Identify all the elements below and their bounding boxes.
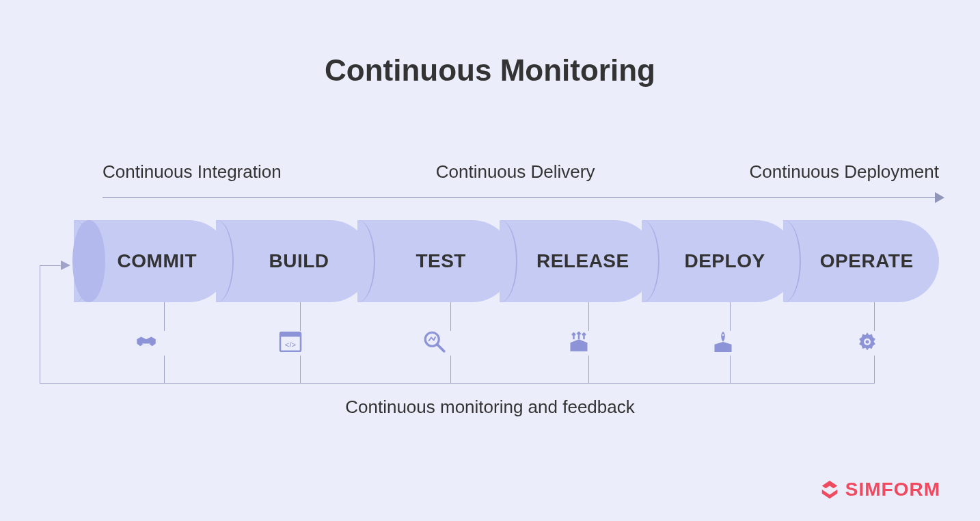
phase-integration-label: Continuous Integration: [103, 161, 282, 183]
stage-icons-row: </>: [74, 328, 939, 356]
feedback-label: Continuous monitoring and feedback: [0, 397, 980, 418]
phase-labels-row: Continuous Integration Continuous Delive…: [103, 161, 939, 183]
phase-arrow-line: [103, 197, 939, 198]
connector-line: [588, 302, 589, 331]
connector-line: [164, 302, 165, 331]
stage-label: DEPLOY: [673, 250, 765, 272]
box-arrows-up-icon: [506, 328, 651, 356]
feedback-line: [730, 356, 731, 383]
svg-point-5: [722, 334, 724, 336]
feedback-arrow-icon: [61, 260, 70, 270]
code-window-icon: </>: [218, 328, 362, 356]
connector-line: [450, 302, 451, 331]
stage-label: BUILD: [258, 250, 329, 272]
feedback-line: [40, 265, 40, 383]
handshake-icon: [74, 328, 218, 356]
simform-mark-icon: [819, 479, 840, 500]
brand-logo: SIMFORM: [819, 479, 940, 500]
svg-line-4: [437, 345, 444, 351]
pipeline-left-cap: [72, 220, 105, 302]
svg-text:</>: </>: [284, 340, 296, 349]
feedback-line: [874, 356, 875, 383]
gear-icon: [795, 328, 939, 356]
box-rocket-icon: [651, 328, 795, 356]
feedback-line: [588, 356, 589, 383]
connector-line: [730, 302, 731, 331]
phase-deployment-label: Continuous Deployment: [749, 161, 939, 183]
pipeline-cylinder: COMMIT BUILD TEST RELEASE DEPLOY OPERATE: [74, 220, 939, 302]
phase-arrow-head-icon: [935, 192, 944, 203]
stage-label: RELEASE: [526, 250, 629, 272]
phase-delivery-label: Continuous Delivery: [436, 161, 595, 183]
connector-line: [874, 302, 875, 331]
stage-label: COMMIT: [107, 250, 198, 272]
feedback-line: [450, 356, 451, 383]
svg-rect-1: [280, 332, 301, 336]
diagram-title: Continuous Monitoring: [0, 53, 980, 88]
feedback-line: [300, 356, 301, 383]
magnifier-analytics-icon: [362, 328, 506, 356]
feedback-line: [164, 356, 165, 383]
connector-line: [300, 302, 301, 331]
stage-operate: OPERATE: [783, 220, 939, 302]
feedback-line: [40, 383, 875, 384]
stage-label: OPERATE: [809, 250, 914, 272]
svg-point-7: [865, 340, 869, 344]
stage-label: TEST: [405, 250, 466, 272]
brand-text: SIMFORM: [845, 479, 940, 500]
